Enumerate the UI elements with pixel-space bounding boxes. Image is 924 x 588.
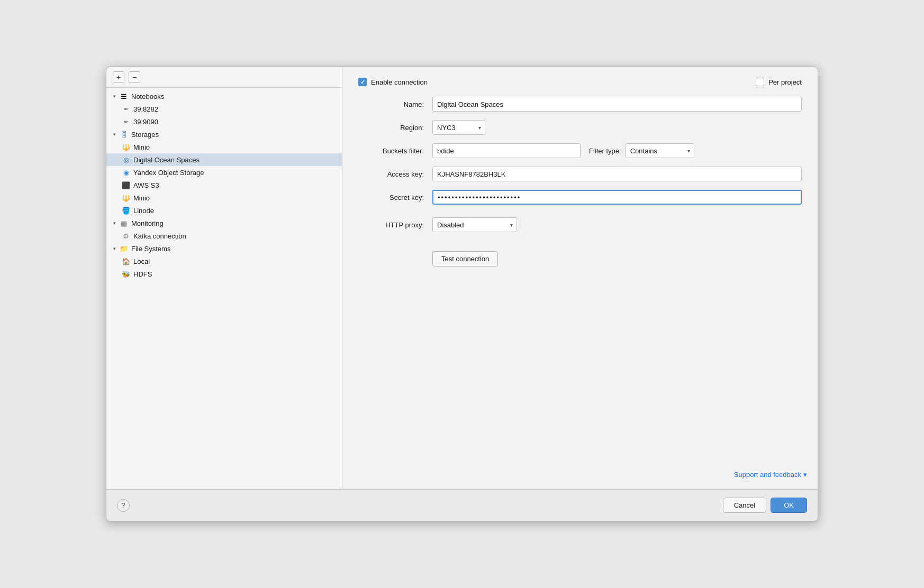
- tree-item-minio2[interactable]: 🔱 Minio: [106, 191, 342, 204]
- notebooks-label: Notebooks: [131, 93, 164, 100]
- secret-key-label: Secret key:: [358, 194, 432, 201]
- linode-label: Linode: [133, 207, 154, 215]
- left-panel: + − ▾ ☰ Notebooks ✒ 39:8282 ✒: [106, 67, 342, 489]
- monitoring-label: Monitoring: [131, 219, 164, 227]
- tree-item-digital-ocean[interactable]: ◎ Digital Ocean Spaces: [106, 153, 342, 166]
- secret-key-row: Secret key:: [358, 190, 802, 205]
- yandex-label: Yandex Object Storage: [133, 169, 204, 177]
- aws-icon: ⬛: [121, 180, 131, 190]
- notebook2-icon: ✒: [121, 117, 131, 126]
- tree-item-linode[interactable]: 🪣 Linode: [106, 204, 342, 217]
- tree-item-aws[interactable]: ⬛ AWS S3: [106, 179, 342, 191]
- per-project-row: Per project: [756, 78, 802, 86]
- http-proxy-select-wrapper: Disabled System Manual ▾: [432, 217, 517, 232]
- region-row: Region: NYC3 NYC1 SFO1 AMS2 ▾: [358, 120, 802, 135]
- help-button[interactable]: ?: [117, 499, 130, 512]
- tree-group-filesystems: ▾ 📁 File Systems 🏠 Local 🐝 HDFS: [106, 242, 342, 280]
- http-proxy-row: HTTP proxy: Disabled System Manual ▾: [358, 217, 802, 232]
- filesystems-label: File Systems: [131, 245, 170, 253]
- support-chevron-icon: ▾: [803, 471, 807, 479]
- region-select[interactable]: NYC3 NYC1 SFO1 AMS2: [432, 120, 485, 135]
- tree-item-notebooks[interactable]: ▾ ☰ Notebooks: [106, 90, 342, 103]
- aws-label: AWS S3: [133, 181, 159, 189]
- storages-label: Storages: [131, 131, 159, 139]
- name-input[interactable]: [432, 97, 802, 112]
- name-row: Name:: [358, 97, 802, 112]
- minio1-label: Minio: [133, 143, 150, 151]
- access-key-input[interactable]: [432, 167, 802, 181]
- filter-type-select[interactable]: Contains Starts with Ends with Regex: [626, 143, 694, 158]
- notebook2-label: 39:9090: [133, 118, 158, 126]
- enable-row: Enable connection Per project: [358, 78, 802, 86]
- region-label: Region:: [358, 124, 432, 132]
- minio1-icon: 🔱: [121, 142, 131, 152]
- settings-dialog: + − ▾ ☰ Notebooks ✒ 39:8282 ✒: [106, 67, 818, 521]
- local-icon: 🏠: [121, 256, 131, 266]
- per-project-checkbox[interactable]: [756, 78, 764, 86]
- dialog-body: + − ▾ ☰ Notebooks ✒ 39:8282 ✒: [106, 67, 818, 489]
- filesystem-icon: 📁: [119, 244, 129, 253]
- digital-ocean-label: Digital Ocean Spaces: [133, 156, 200, 164]
- tree-item-yandex[interactable]: ◉ Yandex Object Storage: [106, 166, 342, 179]
- toolbar: + −: [106, 67, 342, 88]
- tree-item-notebook1[interactable]: ✒ 39:8282: [106, 103, 342, 115]
- ok-button[interactable]: OK: [771, 498, 807, 513]
- digital-ocean-icon: ◎: [121, 155, 131, 164]
- minio2-icon: 🔱: [121, 193, 131, 203]
- yandex-icon: ◉: [121, 168, 131, 177]
- filter-type-group: Filter type: Contains Starts with Ends w…: [589, 143, 694, 158]
- http-proxy-select[interactable]: Disabled System Manual: [432, 217, 517, 232]
- name-label: Name:: [358, 100, 432, 108]
- http-proxy-label: HTTP proxy:: [358, 221, 432, 229]
- tree-item-filesystems[interactable]: ▾ 📁 File Systems: [106, 242, 342, 255]
- tree-group-storages: ▾ 🗄 Storages 🔱 Minio ◎ Digital Ocean Spa…: [106, 128, 342, 217]
- notebook1-icon: ✒: [121, 104, 131, 114]
- secret-key-input[interactable]: [432, 190, 802, 205]
- storages-icon: 🗄: [119, 130, 129, 139]
- test-connection-area: Test connection: [358, 247, 802, 267]
- kafka-label: Kafka connection: [133, 232, 186, 240]
- tree-group-monitoring: ▾ ▦ Monitoring ⚙ Kafka connection: [106, 217, 342, 242]
- buckets-filter-inner: Filter type: Contains Starts with Ends w…: [432, 143, 694, 158]
- support-feedback-label: Support and feedback: [734, 471, 801, 479]
- button-group: Cancel OK: [723, 498, 807, 513]
- monitoring-icon: ▦: [119, 218, 129, 228]
- access-key-label: Access key:: [358, 170, 432, 178]
- bottom-bar: ? Cancel OK: [106, 489, 818, 521]
- enable-connection-label: Enable connection: [371, 78, 428, 86]
- chevron-icon: ▾: [111, 132, 118, 137]
- tree: ▾ ☰ Notebooks ✒ 39:8282 ✒ 39:9090: [106, 88, 342, 489]
- right-panel: Enable connection Per project Name: Regi…: [342, 67, 818, 489]
- hdfs-icon: 🐝: [121, 269, 131, 279]
- hdfs-label: HDFS: [133, 270, 152, 278]
- kafka-icon: ⚙: [121, 231, 131, 241]
- enable-connection-checkbox[interactable]: [358, 78, 367, 86]
- support-feedback-link[interactable]: Support and feedback ▾: [734, 471, 807, 479]
- buckets-filter-input[interactable]: [432, 143, 581, 158]
- buckets-filter-row: Buckets filter: Filter type: Contains St…: [358, 143, 802, 158]
- tree-item-hdfs[interactable]: 🐝 HDFS: [106, 268, 342, 280]
- tree-item-kafka[interactable]: ⚙ Kafka connection: [106, 229, 342, 242]
- chevron-icon: ▾: [111, 221, 118, 226]
- tree-item-storages[interactable]: ▾ 🗄 Storages: [106, 128, 342, 141]
- buckets-filter-label: Buckets filter:: [358, 147, 432, 155]
- notebooks-icon: ☰: [119, 91, 129, 101]
- chevron-icon: ▾: [111, 246, 118, 251]
- local-label: Local: [133, 258, 150, 265]
- tree-item-notebook2[interactable]: ✒ 39:9090: [106, 115, 342, 128]
- test-connection-button[interactable]: Test connection: [432, 251, 498, 267]
- tree-item-local[interactable]: 🏠 Local: [106, 255, 342, 268]
- filter-type-label: Filter type:: [589, 147, 621, 155]
- tree-item-monitoring[interactable]: ▾ ▦ Monitoring: [106, 217, 342, 229]
- linode-icon: 🪣: [121, 206, 131, 215]
- tree-item-minio1[interactable]: 🔱 Minio: [106, 141, 342, 153]
- add-button[interactable]: +: [113, 71, 124, 83]
- remove-button[interactable]: −: [129, 71, 140, 83]
- notebook1-label: 39:8282: [133, 105, 158, 113]
- chevron-icon: ▾: [111, 94, 118, 99]
- filter-type-select-wrapper: Contains Starts with Ends with Regex ▾: [626, 143, 694, 158]
- access-key-row: Access key:: [358, 167, 802, 181]
- enable-left: Enable connection: [358, 78, 428, 86]
- cancel-button[interactable]: Cancel: [723, 498, 766, 513]
- tree-group-notebooks: ▾ ☰ Notebooks ✒ 39:8282 ✒ 39:9090: [106, 90, 342, 128]
